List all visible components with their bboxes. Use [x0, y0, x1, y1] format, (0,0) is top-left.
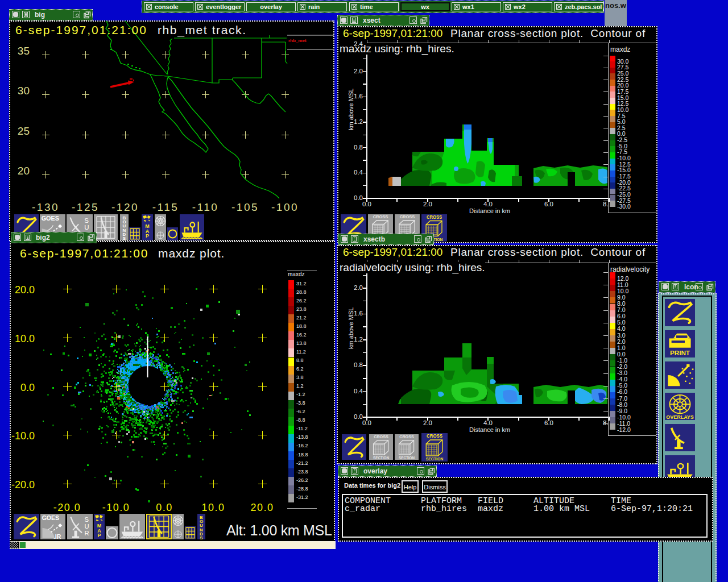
svg-text:OVERLAYS: OVERLAYS: [666, 414, 694, 419]
svg-text:CROSS: CROSS: [427, 214, 442, 219]
svg-text:CROSS: CROSS: [400, 214, 415, 219]
svg-text:CROSS: CROSS: [399, 434, 413, 439]
svg-text:U: U: [84, 224, 89, 231]
svg-text:R: R: [85, 530, 89, 537]
svg-text:S: S: [85, 516, 89, 523]
svg-text:SECTION: SECTION: [426, 456, 444, 462]
svg-text:P: P: [146, 233, 149, 239]
svg-text:CROSS: CROSS: [374, 434, 388, 439]
svg-text:CROSS: CROSS: [427, 434, 442, 439]
svg-text:S: S: [123, 236, 126, 240]
svg-text:GOES: GOES: [42, 514, 59, 521]
svg-text:SECTION: SECTION: [399, 455, 415, 459]
svg-text:PRINT: PRINT: [670, 350, 690, 356]
svg-text:.IR: .IR: [53, 533, 61, 539]
svg-text:SECTION: SECTION: [373, 455, 389, 459]
svg-text:S: S: [200, 535, 203, 539]
svg-text:P: P: [97, 533, 101, 538]
svg-text:CROSS: CROSS: [373, 214, 388, 219]
svg-text:U: U: [85, 523, 89, 530]
svg-text:GOES: GOES: [42, 215, 59, 222]
svg-text:S: S: [84, 217, 89, 224]
